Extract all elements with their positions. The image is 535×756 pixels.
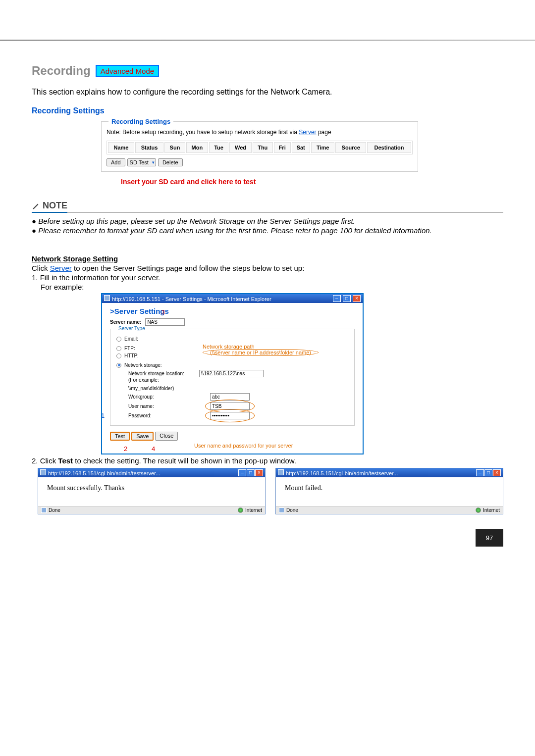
maximize-button[interactable]: □ [343,295,351,302]
fail-title-wrap: http://192.168.5.151/cgi-bin/admin/tests… [278,469,398,476]
close-button[interactable]: × [353,295,361,302]
ftp-radio-row: FTP: [116,346,139,351]
fail-controls: –□× [476,469,501,476]
email-label: Email: [124,336,138,342]
ns-pre: Click [32,264,50,272]
username-input[interactable] [210,403,250,410]
password-input[interactable] [210,412,250,419]
sd-test-select[interactable]: SD Test [127,158,156,166]
fail-window: http://192.168.5.151/cgi-bin/admin/tests… [275,468,503,514]
username-label: User name: [128,403,195,409]
page-number: 97 [476,529,503,547]
http-radio-row: HTTP: [116,353,139,358]
col-name: Name [108,142,134,153]
for-example-text: For example: [41,283,503,291]
advanced-mode-badge: Advanced Mode [96,65,159,77]
username-row: User name: [128,403,348,410]
ie-titlebar: http://192.168.5.151 - Server Settings -… [102,294,363,303]
close-button-3[interactable]: × [493,469,501,476]
server-name-input[interactable] [145,318,185,326]
server-name-row: Server name: [110,318,355,326]
server-settings-header: >Server Settings [110,307,355,315]
ie-icon-3 [278,469,284,475]
location-input[interactable] [199,370,264,377]
close-button-2[interactable]: × [255,469,263,476]
minimize-button[interactable]: – [333,295,341,302]
minimize-button-2[interactable]: – [238,469,246,476]
minimize-button-3[interactable]: – [476,469,484,476]
note-item-2: ● Please remember to format your SD card… [32,226,503,235]
success-body: Mount successfully. Thanks [38,477,265,506]
ns-label: Network storage: [124,362,162,368]
email-radio[interactable] [116,337,121,342]
credentials-note: User name and password for your server [194,443,355,449]
step2-pre: 2. Click [32,456,58,465]
maximize-button-2[interactable]: □ [247,469,255,476]
workgroup-input[interactable] [210,393,250,401]
internet-seg: Internet [238,507,262,513]
workgroup-label: Workgroup: [128,394,195,400]
step2-post: to check the setting. The result will be… [73,456,296,465]
window-controls: – □ × [332,295,361,302]
delete-button[interactable]: Delete [158,158,183,166]
panel-legend: Recording Settings [108,118,173,125]
col-time: Time [311,142,334,153]
done-seg: Done [41,507,60,513]
close-dialog-button[interactable]: Close [155,432,178,441]
col-source: Source [335,142,366,153]
recording-settings-figure: Recording Settings Note: Before setup re… [101,121,418,172]
ftp-radio[interactable] [116,346,121,351]
ie-icon-2 [40,469,46,475]
internet-text-2: Internet [483,507,500,513]
col-sun: Sun [164,142,185,153]
success-window: http://192.168.5.151/cgi-bin/admin/tests… [38,468,266,514]
server-link[interactable]: Server [299,129,316,136]
col-status: Status [135,142,163,153]
col-destination: Destination [367,142,411,153]
step1-text: 1. Fill in the information for your serv… [32,273,503,282]
note-item-1: ● Before setting up this page, please se… [32,217,503,225]
callout-1: 1 [101,412,105,419]
server-settings-example: http://192.168.5.151 - Server Settings -… [101,293,503,454]
username-oval [210,403,250,410]
success-controls: –□× [238,469,263,476]
ie-status-icon-2 [279,507,284,513]
network-storage-heading: Network Storage Setting [32,254,503,263]
note-post: page [317,129,331,136]
page-title: Recording [32,64,91,78]
http-radio[interactable] [116,353,121,358]
done-text-2: Done [286,507,298,513]
server-link-2[interactable]: Server [50,264,72,272]
test-result-windows: http://192.168.5.151/cgi-bin/admin/tests… [38,468,503,514]
internet-text: Internet [245,507,262,513]
email-radio-row: Email: [116,336,348,342]
recording-settings-panel: Recording Settings Note: Before setup re… [101,121,418,172]
ie-title-text: http://192.168.5.151 - Server Settings -… [112,296,271,302]
save-button[interactable]: Save [131,432,154,441]
network-storage-radio[interactable] [116,363,121,368]
pencil-icon [32,202,41,210]
test-button[interactable]: Test [110,432,130,441]
maximize-button-3[interactable]: □ [484,469,492,476]
add-button[interactable]: Add [107,158,125,166]
server-name-label: Server name: [110,319,141,325]
recording-buttons: Add SD Test Delete [107,158,413,166]
step2-bold: Test [58,456,73,465]
location-example-1: (For example: [128,377,348,383]
note-text: NOTE [43,201,67,211]
callout-4: 4 [152,445,155,453]
recording-table: Name Status Sun Mon Tue Wed Thu Fri Sat … [107,141,413,154]
done-text: Done [49,507,60,513]
done-seg-2: Done [279,507,298,513]
location-row: Network storage location: [128,370,348,377]
intro-text: This section explains how to configure t… [32,88,503,97]
col-tue: Tue [209,142,228,153]
globe-icon-2 [476,507,481,513]
recording-note: Note: Before setup recording, you have t… [107,129,413,136]
note-label: NOTE [32,201,67,213]
col-thu: Thu [253,142,273,153]
callout-3: 3 [161,309,165,316]
success-statusbar: Done Internet [38,506,265,514]
ftp-label: FTP: [124,346,135,351]
ie-title-left: http://192.168.5.151 - Server Settings -… [104,295,271,302]
